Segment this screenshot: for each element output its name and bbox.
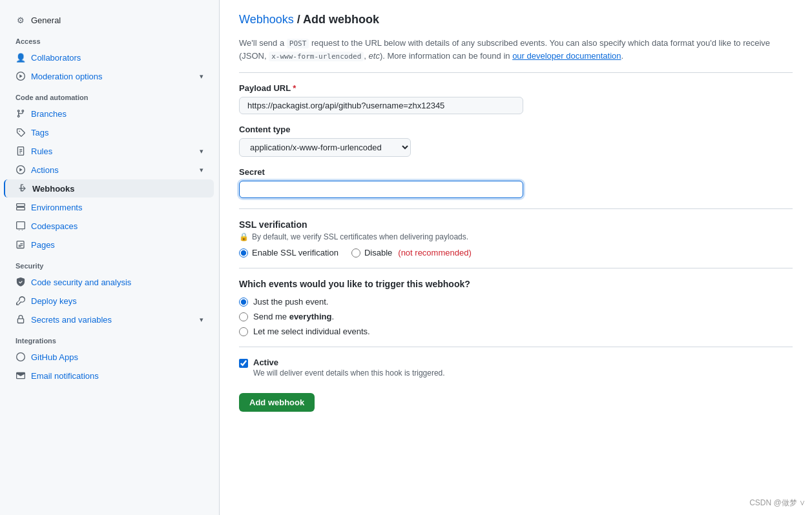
webhooks-label: Webhooks (32, 184, 203, 194)
gear-icon: ⚙ (16, 15, 26, 25)
ssl-disable-radio[interactable] (351, 248, 360, 258)
divider-top (239, 72, 793, 73)
watermark: CSDN @做梦 ∨ (749, 498, 806, 509)
shield-icon (16, 71, 26, 81)
sidebar-item-deploy-keys[interactable]: Deploy keys (5, 292, 214, 310)
moderation-options-label: Moderation options (31, 72, 200, 81)
event-everything-label: Send me everything. (253, 312, 334, 321)
sidebar-item-rules[interactable]: Rules ▾ (5, 142, 214, 160)
server-icon (16, 202, 26, 212)
breadcrumb-separator: / (297, 13, 303, 26)
app-icon (16, 352, 26, 362)
ssl-enable-option[interactable]: Enable SSL verification (239, 248, 338, 258)
chevron-actions-icon: ▾ (200, 166, 203, 174)
ssl-enable-radio[interactable] (239, 248, 248, 258)
sidebar-item-pages[interactable]: Pages (5, 236, 214, 254)
content-type-label: Content type (239, 125, 793, 134)
active-section: Active We will deliver event details whe… (239, 358, 793, 378)
sidebar-item-environments[interactable]: Environments (5, 198, 214, 216)
ssl-enable-label: Enable SSL verification (252, 248, 338, 258)
tag-icon (16, 127, 26, 137)
content-type-group: Content type application/json applicatio… (239, 125, 793, 157)
event-everything-option[interactable]: Send me everything. (239, 312, 793, 321)
environments-label: Environments (31, 203, 203, 212)
sidebar-item-general[interactable]: ⚙ General (5, 11, 214, 29)
event-push-radio[interactable] (239, 298, 248, 307)
sidebar: ⚙ General Access 👤 Collaborators Moderat… (0, 0, 220, 515)
breadcrumb-webhooks-link[interactable]: Webhooks (239, 13, 294, 26)
breadcrumb-current: Add webhook (303, 13, 379, 26)
required-star: * (293, 83, 296, 93)
pages-icon (16, 239, 26, 250)
sidebar-item-tags[interactable]: Tags (5, 123, 214, 141)
collaborators-label: Collaborators (31, 53, 203, 63)
deploy-keys-label: Deploy keys (31, 296, 203, 306)
section-label-security: Security (0, 254, 219, 272)
branches-label: Branches (31, 109, 203, 119)
sidebar-item-email-notifications[interactable]: Email notifications (5, 367, 214, 385)
events-section: Which events would you like to trigger t… (239, 279, 793, 336)
secret-group: Secret (239, 167, 793, 198)
ssl-disable-note: (not recommended) (398, 248, 471, 258)
developer-docs-link[interactable]: our developer documentation (512, 51, 621, 61)
events-title: Which events would you like to trigger t… (239, 279, 793, 289)
chevron-rules-icon: ▾ (200, 147, 203, 156)
git-branch-icon (16, 108, 26, 119)
webhook-icon (17, 183, 27, 194)
person-icon: 👤 (16, 52, 26, 63)
lock-small-icon: 🔒 (239, 232, 249, 241)
add-webhook-button[interactable]: Add webhook (239, 393, 315, 412)
sidebar-item-collaborators[interactable]: 👤 Collaborators (5, 48, 214, 66)
section-label-access: Access (0, 30, 219, 48)
ssl-disable-label: Disable (364, 248, 392, 258)
event-push-option[interactable]: Just the push event. (239, 297, 793, 307)
divider-events (239, 268, 793, 268)
breadcrumb: Webhooks / Add webhook (239, 13, 793, 26)
main-content: Webhooks / Add webhook We'll send a POST… (220, 0, 812, 515)
section-label-integrations: Integrations (0, 329, 219, 347)
secret-label: Secret (239, 167, 793, 177)
ssl-disable-option[interactable]: Disable (not recommended) (351, 248, 472, 258)
sidebar-item-actions[interactable]: Actions ▾ (5, 161, 214, 179)
ssl-title: SSL verification (239, 219, 793, 230)
payload-url-label: Payload URL* (239, 83, 793, 93)
tags-label: Tags (31, 128, 203, 137)
active-text-group: Active We will deliver event details whe… (253, 358, 445, 378)
pages-label: Pages (31, 240, 203, 250)
codespaces-icon (16, 221, 26, 231)
event-select-option[interactable]: Let me select individual events. (239, 327, 793, 336)
key-icon (16, 296, 26, 306)
actions-icon (16, 165, 26, 175)
sidebar-general-label: General (31, 15, 203, 25)
active-checkbox[interactable] (239, 359, 248, 368)
event-select-radio[interactable] (239, 327, 248, 336)
sidebar-item-secrets-variables[interactable]: Secrets and variables ▾ (5, 310, 214, 328)
section-label-code-automation: Code and automation (0, 86, 219, 104)
content-type-select[interactable]: application/json application/x-www-form-… (239, 138, 411, 157)
rules-label: Rules (31, 146, 200, 156)
payload-url-group: Payload URL* (239, 83, 793, 114)
sidebar-item-github-apps[interactable]: GitHub Apps (5, 348, 214, 366)
mail-icon (16, 370, 26, 381)
chevron-secrets-icon: ▾ (200, 316, 203, 324)
divider-active (239, 347, 793, 347)
secret-input[interactable] (239, 181, 523, 198)
description-text: We'll send a POST request to the URL bel… (239, 37, 793, 62)
payload-url-input[interactable] (239, 97, 523, 114)
event-push-label: Just the push event. (253, 297, 328, 307)
sidebar-item-moderation-options[interactable]: Moderation options ▾ (5, 67, 214, 85)
sidebar-item-branches[interactable]: Branches (5, 105, 214, 123)
sidebar-item-webhooks[interactable]: Webhooks (4, 179, 214, 197)
ssl-options: Enable SSL verification Disable (not rec… (239, 248, 793, 258)
code-security-label: Code security and analysis (31, 278, 203, 287)
event-everything-radio[interactable] (239, 312, 248, 321)
actions-label: Actions (31, 165, 200, 175)
shield-check-icon (16, 277, 26, 287)
email-notifications-label: Email notifications (31, 371, 203, 381)
active-option: Active We will deliver event details whe… (239, 358, 793, 378)
sidebar-item-codespaces[interactable]: Codespaces (5, 217, 214, 235)
codespaces-label: Codespaces (31, 221, 203, 231)
sidebar-item-code-security[interactable]: Code security and analysis (5, 273, 214, 291)
active-label: Active (253, 358, 445, 367)
secrets-variables-label: Secrets and variables (31, 315, 200, 325)
